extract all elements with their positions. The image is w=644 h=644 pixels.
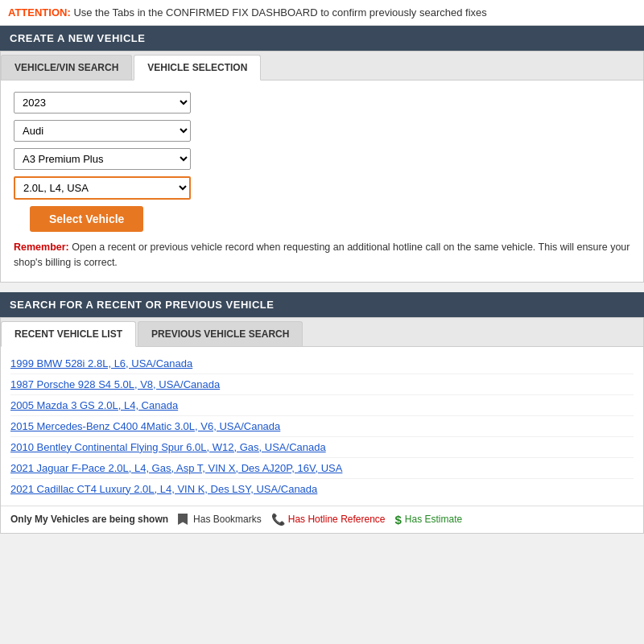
estimate-label: Has Estimate [405,514,462,525]
create-section-header: CREATE A NEW VEHICLE [0,26,644,51]
remember-label: Remember: [14,242,69,253]
bookmark-icon [178,514,188,525]
list-item[interactable]: 1987 Porsche 928 S4 5.0L, V8, USA/Canada [10,374,634,395]
create-tabs: VEHICLE/VIN SEARCH VEHICLE SELECTION [1,52,643,80]
vehicle-list: 1999 BMW 528i 2.8L, L6, USA/Canada 1987 … [1,347,643,506]
vehicle-tabs: RECENT VEHICLE LIST PREVIOUS VEHICLE SEA… [1,318,643,347]
estimate-legend: $ Has Estimate [395,513,463,526]
bookmarks-label: Has Bookmarks [193,514,262,525]
attention-bar: ATTENTION: Use the Tabs in the CONFIRMED… [0,0,644,26]
section-gap [0,283,644,292]
bookmarks-legend: Has Bookmarks [178,514,262,525]
legend-prefix: Only My Vehicles are being shown [10,514,168,525]
year-select[interactable]: 2023 [14,92,191,114]
create-vehicle-card: VEHICLE/VIN SEARCH VEHICLE SELECTION 202… [0,51,644,283]
make-select[interactable]: Audi [14,120,191,142]
remember-body: Open a recent or previous vehicle record… [14,242,630,268]
engine-select[interactable]: 2.0L, L4, USA [14,176,191,200]
model-select[interactable]: A3 Premium Plus [14,148,191,170]
list-item[interactable]: 2010 Bentley Continental Flying Spur 6.0… [10,437,634,458]
select-vehicle-button[interactable]: Select Vehicle [30,206,143,232]
hotline-legend: 📞 Has Hotline Reference [271,513,386,526]
hotline-label: Has Hotline Reference [288,514,386,525]
vehicle-selection-content: 2023 Audi A3 Premium Plus 2.0L, L4, USA … [1,80,643,282]
engine-row: 2.0L, L4, USA [14,176,630,200]
tab-previous-search[interactable]: PREVIOUS VEHICLE SEARCH [138,321,303,346]
list-item[interactable]: 2021 Jaguar F-Pace 2.0L, L4, Gas, Asp T,… [10,458,634,479]
vehicle-list-section: RECENT VEHICLE LIST PREVIOUS VEHICLE SEA… [0,317,644,534]
list-item[interactable]: 2015 Mercedes-Benz C400 4Matic 3.0L, V6,… [10,416,634,437]
dollar-icon: $ [395,513,402,526]
recent-section-header: SEARCH FOR A RECENT OR PREVIOUS VEHICLE [0,292,644,317]
attention-label: ATTENTION: [8,6,71,19]
remember-text: Remember: Open a recent or previous vehi… [14,240,630,270]
model-row: A3 Premium Plus [14,148,630,170]
tab-vehicle-selection[interactable]: VEHICLE SELECTION [134,55,261,80]
tab-recent-list[interactable]: RECENT VEHICLE LIST [1,321,136,347]
year-row: 2023 [14,92,630,114]
phone-icon: 📞 [271,513,285,526]
make-row: Audi [14,120,630,142]
legend-bar: Only My Vehicles are being shown Has Boo… [1,506,643,533]
attention-text: Use the Tabs in the CONFIRMED FIX DASHBO… [73,6,486,19]
list-item[interactable]: 2021 Cadillac CT4 Luxury 2.0L, L4, VIN K… [10,479,634,499]
list-item[interactable]: 2005 Mazda 3 GS 2.0L, L4, Canada [10,395,634,416]
list-item[interactable]: 1999 BMW 528i 2.8L, L6, USA/Canada [10,353,634,374]
tab-vin-search[interactable]: VEHICLE/VIN SEARCH [1,55,132,80]
